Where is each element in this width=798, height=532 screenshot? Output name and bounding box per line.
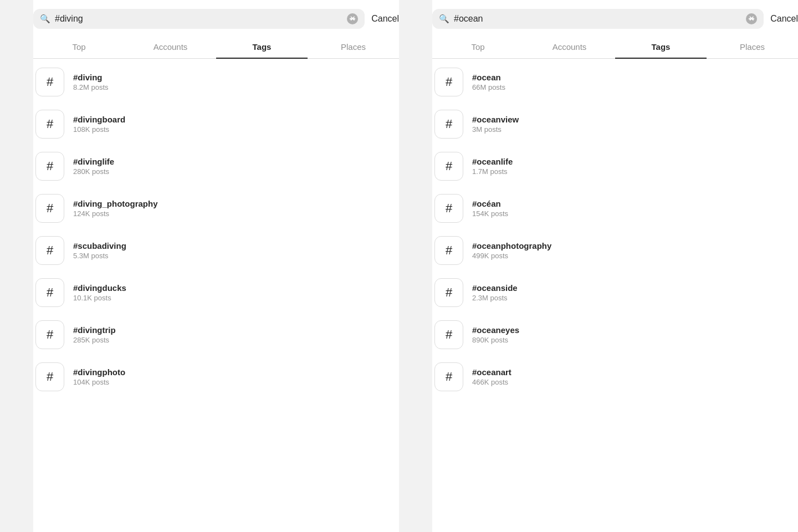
search-icon: 🔍 xyxy=(40,14,50,24)
tag-post-count: 5.3M posts xyxy=(73,252,126,260)
tag-item[interactable]: # #oceanart 466K posts xyxy=(432,356,798,398)
tag-item[interactable]: # #divinglife 280K posts xyxy=(33,145,399,187)
left-panel: 🔍 #diving ✕ Cancel Top Accounts Tags Pla… xyxy=(33,0,399,532)
tag-post-count: 154K posts xyxy=(472,209,508,218)
left-clear-button[interactable]: ✕ xyxy=(347,13,358,24)
tag-item[interactable]: # #divingducks 10.1K posts xyxy=(33,272,399,314)
tag-info: #divingphoto 104K posts xyxy=(73,367,125,386)
hashtag-icon: # xyxy=(446,118,452,130)
tag-item[interactable]: # #oceanphotography 499K posts xyxy=(432,229,798,272)
hashtag-icon: # xyxy=(446,76,452,88)
left-cancel-button[interactable]: Cancel xyxy=(371,14,399,24)
right-tab-accounts[interactable]: Accounts xyxy=(524,35,615,58)
tag-icon-wrapper: # xyxy=(35,110,64,139)
hashtag-icon: # xyxy=(47,202,53,214)
tag-item[interactable]: # #divingphoto 104K posts xyxy=(33,356,399,398)
tag-post-count: 890K posts xyxy=(472,336,519,344)
tag-icon-wrapper: # xyxy=(434,68,463,96)
hashtag-icon: # xyxy=(47,244,53,257)
tag-post-count: 466K posts xyxy=(472,378,511,386)
tag-icon-wrapper: # xyxy=(35,68,64,96)
tag-icon-wrapper: # xyxy=(35,362,64,391)
tag-post-count: 10.1K posts xyxy=(73,294,126,302)
tag-icon-wrapper: # xyxy=(35,278,64,307)
tag-item[interactable]: # #divingboard 108K posts xyxy=(33,103,399,145)
right-cancel-button[interactable]: Cancel xyxy=(770,14,798,24)
tag-info: #divinglife 280K posts xyxy=(73,157,114,176)
tag-item[interactable]: # #oceanview 3M posts xyxy=(432,103,798,145)
tag-item[interactable]: # #océan 154K posts xyxy=(432,187,798,229)
tag-info: #divingducks 10.1K posts xyxy=(73,283,126,302)
right-tab-top[interactable]: Top xyxy=(432,35,524,58)
left-search-input[interactable]: #diving xyxy=(55,14,342,24)
tag-item[interactable]: # #ocean 66M posts xyxy=(432,61,798,103)
hashtag-icon: # xyxy=(446,202,452,214)
right-tab-places[interactable]: Places xyxy=(707,35,798,58)
tag-item[interactable]: # #scubadiving 5.3M posts xyxy=(33,229,399,272)
tag-name: #ocean xyxy=(472,73,505,82)
tag-name: #océan xyxy=(472,199,508,208)
tag-item[interactable]: # #diving_photography 124K posts xyxy=(33,187,399,229)
tag-post-count: 66M posts xyxy=(472,83,505,91)
tag-name: #divingboard xyxy=(73,115,125,124)
left-tab-top[interactable]: Top xyxy=(33,35,125,58)
tag-name: #divinglife xyxy=(73,157,114,166)
tag-icon-wrapper: # xyxy=(434,152,463,181)
tag-icon-wrapper: # xyxy=(35,320,64,349)
tag-icon-wrapper: # xyxy=(35,152,64,181)
tag-post-count: 285K posts xyxy=(73,336,116,344)
tag-info: #divingtrip 285K posts xyxy=(73,325,116,344)
tag-icon-wrapper: # xyxy=(434,236,463,265)
tag-icon-wrapper: # xyxy=(35,194,64,223)
tag-info: #oceanphotography 499K posts xyxy=(472,241,551,260)
tag-icon-wrapper: # xyxy=(434,320,463,349)
hashtag-icon: # xyxy=(446,160,452,172)
search-icon-right: 🔍 xyxy=(439,14,449,24)
tag-post-count: 104K posts xyxy=(73,378,125,386)
right-panel: 🔍 #ocean ✕ Cancel Top Accounts Tags Plac… xyxy=(432,0,798,532)
tag-item[interactable]: # #diving 8.2M posts xyxy=(33,61,399,103)
left-tab-places[interactable]: Places xyxy=(308,35,399,58)
tag-info: #diving 8.2M posts xyxy=(73,73,109,91)
tag-info: #oceanview 3M posts xyxy=(472,115,519,134)
left-tab-accounts[interactable]: Accounts xyxy=(125,35,216,58)
hashtag-icon: # xyxy=(47,118,53,130)
right-search-bar: 🔍 #ocean ✕ Cancel xyxy=(432,0,798,35)
left-tab-tags[interactable]: Tags xyxy=(216,35,308,58)
tag-item[interactable]: # #divingtrip 285K posts xyxy=(33,314,399,356)
tag-post-count: 124K posts xyxy=(73,209,158,218)
tag-info: #oceaneyes 890K posts xyxy=(472,325,519,344)
right-tag-list: # #ocean 66M posts # #oceanview 3M posts… xyxy=(432,59,798,398)
tag-name: #scubadiving xyxy=(73,241,126,250)
tag-item[interactable]: # #oceanlife 1.7M posts xyxy=(432,145,798,187)
tag-icon-wrapper: # xyxy=(434,194,463,223)
hashtag-icon: # xyxy=(47,160,53,172)
tag-name: #oceanphotography xyxy=(472,241,551,250)
tag-name: #oceanside xyxy=(472,283,518,293)
tag-item[interactable]: # #oceanside 2.3M posts xyxy=(432,272,798,314)
hashtag-icon: # xyxy=(47,287,53,299)
tag-info: #océan 154K posts xyxy=(472,199,508,218)
left-search-bar: 🔍 #diving ✕ Cancel xyxy=(33,0,399,35)
tag-name: #diving_photography xyxy=(73,199,158,208)
tag-name: #oceaneyes xyxy=(472,325,519,335)
right-clear-button[interactable]: ✕ xyxy=(746,13,757,24)
tag-name: #divingtrip xyxy=(73,325,116,335)
tag-name: #divingphoto xyxy=(73,367,125,377)
tag-icon-wrapper: # xyxy=(35,236,64,265)
tag-info: #scubadiving 5.3M posts xyxy=(73,241,126,260)
left-search-wrapper[interactable]: 🔍 #diving ✕ xyxy=(33,9,365,29)
tag-post-count: 3M posts xyxy=(472,125,519,134)
hashtag-icon: # xyxy=(446,329,452,341)
right-search-input[interactable]: #ocean xyxy=(454,14,741,24)
left-tabs: Top Accounts Tags Places xyxy=(33,35,399,59)
tag-info: #oceanlife 1.7M posts xyxy=(472,157,513,176)
tag-info: #oceanside 2.3M posts xyxy=(472,283,518,302)
hashtag-icon: # xyxy=(446,371,452,383)
tag-info: #oceanart 466K posts xyxy=(472,367,511,386)
right-search-wrapper[interactable]: 🔍 #ocean ✕ xyxy=(432,9,764,29)
hashtag-icon: # xyxy=(47,76,53,88)
tag-info: #ocean 66M posts xyxy=(472,73,505,91)
tag-item[interactable]: # #oceaneyes 890K posts xyxy=(432,314,798,356)
right-tab-tags[interactable]: Tags xyxy=(615,35,707,58)
